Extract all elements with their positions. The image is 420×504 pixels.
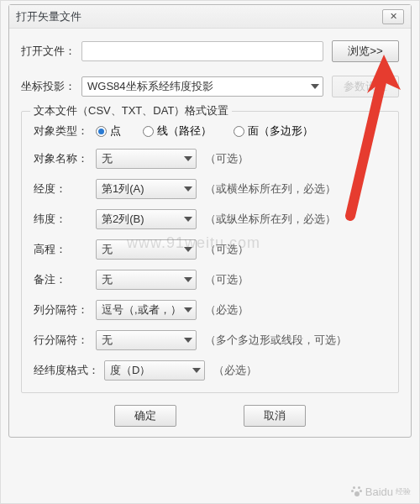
remark-value: 无: [102, 272, 113, 287]
radio-polygon[interactable]: 面（多边形）: [234, 123, 313, 139]
baidu-logo-text: Baidu: [365, 486, 393, 498]
cancel-button[interactable]: 取消: [244, 405, 306, 427]
chevron-down-icon: [184, 338, 192, 343]
projection-select[interactable]: WGS84坐标系经纬度投影: [81, 76, 323, 97]
longitude-select[interactable]: 第1列(A): [96, 179, 197, 199]
open-file-row: 打开文件： 浏览>>: [21, 40, 399, 62]
params-button: 参数设置: [332, 76, 399, 97]
chevron-down-icon: [184, 217, 192, 222]
viewport: 打开矢量文件 ✕ 打开文件： 浏览>> 坐标投影： WGS84坐标系经纬度投影: [0, 0, 420, 504]
baidu-logo-sub: 经验: [396, 486, 411, 497]
longitude-row: 经度： 第1列(A) （或横坐标所在列，必选）: [34, 179, 386, 199]
window-title: 打开矢量文件: [16, 9, 81, 24]
object-name-select[interactable]: 无: [96, 149, 197, 169]
col-sep-row: 列分隔符： 逗号（,或者，） （必选）: [34, 300, 386, 320]
longitude-value: 第1列(A): [102, 181, 144, 197]
elevation-select[interactable]: 无: [96, 239, 197, 260]
radio-icon: [143, 126, 154, 137]
latitude-label: 纬度：: [34, 212, 96, 227]
object-name-value: 无: [102, 151, 113, 166]
latitude-select[interactable]: 第2列(B): [96, 209, 197, 229]
text-format-group: 文本文件（CSV、TXT、DAT）格式设置 对象类型： 点 线（路径）: [21, 111, 399, 393]
browse-button[interactable]: 浏览>>: [332, 40, 399, 62]
projection-label: 坐标投影：: [21, 79, 81, 94]
chevron-down-icon: [192, 368, 201, 373]
radio-line-label: 线（路径）: [157, 123, 212, 139]
object-name-hint: （可选）: [205, 151, 249, 166]
chevron-down-icon: [184, 186, 192, 192]
row-sep-value: 无: [102, 333, 113, 348]
chevron-down-icon: [184, 247, 192, 252]
chevron-down-icon: [184, 307, 192, 312]
cancel-button-label: 取消: [264, 408, 286, 423]
object-name-label: 对象名称：: [34, 151, 96, 166]
radio-icon: [234, 126, 244, 137]
radio-polygon-label: 面（多边形）: [248, 123, 313, 139]
projection-row: 坐标投影： WGS84坐标系经纬度投影 参数设置: [21, 76, 399, 97]
radio-line[interactable]: 线（路径）: [143, 123, 212, 139]
elevation-label: 高程：: [34, 242, 96, 257]
coord-fmt-label: 经纬度格式：: [34, 363, 104, 378]
titlebar: 打开矢量文件 ✕: [9, 5, 411, 29]
remark-row: 备注： 无 （可选）: [34, 270, 386, 290]
latitude-value: 第2列(B): [102, 212, 144, 227]
baidu-watermark: Baidu 经验: [351, 486, 411, 498]
chevron-down-icon: [184, 156, 192, 161]
object-type-row: 对象类型： 点 线（路径） 面（多边形）: [34, 123, 386, 139]
params-button-label: 参数设置: [344, 79, 387, 94]
row-sep-row: 行分隔符： 无 （多个多边形或线段，可选）: [34, 330, 386, 350]
object-type-label: 对象类型：: [34, 123, 96, 139]
row-sep-label: 行分隔符：: [34, 333, 96, 348]
open-file-label: 打开文件：: [21, 44, 81, 59]
remark-hint: （可选）: [205, 272, 249, 287]
remark-select[interactable]: 无: [96, 270, 197, 290]
coord-fmt-select[interactable]: 度（D）: [104, 360, 205, 381]
latitude-hint: （或纵坐标所在列，必选）: [205, 212, 336, 227]
col-sep-hint: （必选）: [205, 302, 249, 318]
open-file-input[interactable]: [81, 41, 323, 61]
elevation-row: 高程： 无 （可选）: [34, 239, 386, 260]
dialog-window: 打开矢量文件 ✕ 打开文件： 浏览>> 坐标投影： WGS84坐标系经纬度投影: [8, 4, 412, 438]
latitude-row: 纬度： 第2列(B) （或纵坐标所在列，必选）: [34, 209, 386, 229]
row-sep-select[interactable]: 无: [96, 330, 197, 350]
col-sep-select[interactable]: 逗号（,或者，）: [96, 300, 197, 320]
dialog-body: 打开文件： 浏览>> 坐标投影： WGS84坐标系经纬度投影 参数设置 文本文件…: [9, 29, 411, 437]
radio-point[interactable]: 点: [96, 123, 121, 139]
ok-button[interactable]: 确定: [114, 405, 176, 427]
close-button[interactable]: ✕: [382, 9, 404, 24]
close-icon: ✕: [390, 12, 397, 21]
chevron-down-icon: [184, 277, 192, 282]
longitude-label: 经度：: [34, 181, 96, 197]
remark-label: 备注：: [34, 272, 96, 287]
coord-fmt-row: 经纬度格式： 度（D） （必选）: [34, 360, 386, 381]
col-sep-value: 逗号（,或者，）: [102, 302, 181, 318]
ok-button-label: 确定: [134, 408, 156, 423]
elevation-hint: （可选）: [205, 242, 249, 257]
row-sep-hint: （多个多边形或线段，可选）: [205, 333, 347, 348]
paw-icon: [351, 486, 363, 498]
longitude-hint: （或横坐标所在列，必选）: [205, 181, 336, 197]
browse-button-label: 浏览>>: [348, 44, 383, 59]
col-sep-label: 列分隔符：: [34, 302, 96, 318]
projection-value: WGS84坐标系经纬度投影: [87, 79, 213, 94]
coord-fmt-value: 度（D）: [110, 363, 150, 378]
dialog-footer: 确定 取消: [21, 405, 399, 427]
elevation-value: 无: [102, 242, 113, 257]
group-legend: 文本文件（CSV、TXT、DAT）格式设置: [30, 103, 232, 118]
radio-point-label: 点: [110, 123, 121, 139]
chevron-down-icon: [311, 84, 319, 89]
coord-fmt-hint: （必选）: [213, 363, 257, 378]
radio-icon: [96, 126, 107, 137]
object-name-row: 对象名称： 无 （可选）: [34, 149, 386, 169]
object-type-radios: 点 线（路径） 面（多边形）: [96, 123, 313, 139]
